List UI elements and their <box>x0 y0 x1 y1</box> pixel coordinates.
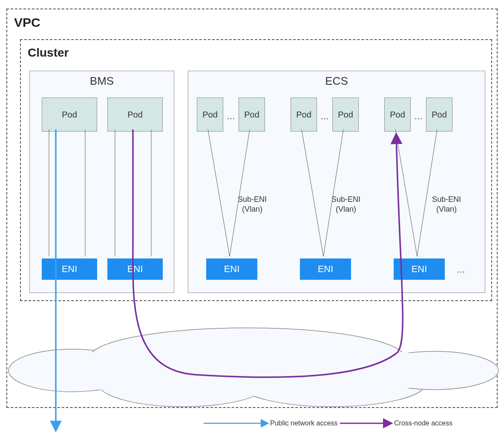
ecs-g2-ellipsis: … <box>414 112 423 121</box>
ecs-g2-subeni-l1: Sub-ENI <box>432 195 461 204</box>
bms-pod-2: Pod <box>107 98 163 132</box>
bms-eni-2: ENI <box>107 258 163 280</box>
ecs-node: ECS Pod … Pod Sub-ENI (Vlan) ENI Pod … P… <box>188 71 485 293</box>
cluster-title: Cluster <box>28 46 69 60</box>
vpc-container: VPC Cluster BMS Pod Pod ENI ENI ECS Pod … <box>6 9 498 408</box>
ecs-g0-pod-right: Pod <box>239 98 265 132</box>
ecs-g1-eni: ENI <box>300 258 351 280</box>
ecs-g1-ellipsis: … <box>320 112 329 121</box>
ecs-g2-subeni-l2: (Vlan) <box>436 205 457 213</box>
ecs-g1-pod-left: Pod <box>291 98 317 132</box>
ecs-g0-subeni-l2: (Vlan) <box>242 205 262 213</box>
ecs-g1-subeni-l2: (Vlan) <box>336 205 356 213</box>
bms-node: BMS Pod Pod ENI ENI <box>29 71 174 293</box>
vpc-title: VPC <box>14 15 40 30</box>
ecs-g2-eni: ENI <box>394 258 445 280</box>
bms-pod-1: Pod <box>42 98 97 132</box>
ecs-g0-ellipsis: … <box>227 112 235 121</box>
bms-eni-1: ENI <box>42 258 97 280</box>
bms-title: BMS <box>30 75 174 88</box>
ecs-g1-subeni: Sub-ENI (Vlan) <box>325 195 367 214</box>
ecs-g1-pod-right: Pod <box>332 98 359 132</box>
ecs-g0-subeni: Sub-ENI (Vlan) <box>231 195 274 214</box>
ecs-g0-eni: ENI <box>206 258 257 280</box>
legend-cross-text: Cross-node access <box>394 419 452 427</box>
ecs-g2-pod-right: Pod <box>426 98 452 132</box>
legend-public-text: Public network access <box>270 419 337 427</box>
ecs-trailing-ellipsis: … <box>457 265 465 275</box>
ecs-g2-pod-left: Pod <box>384 98 411 132</box>
ecs-g0-subeni-l1: Sub-ENI <box>238 195 267 204</box>
ecs-title: ECS <box>188 75 485 88</box>
ecs-g0-pod-left: Pod <box>197 98 223 132</box>
ecs-g2-subeni: Sub-ENI (Vlan) <box>425 195 468 214</box>
cluster-container: Cluster BMS Pod Pod ENI ENI ECS Pod … Po… <box>20 39 492 301</box>
cloud-label: VPC network <box>178 337 237 349</box>
ecs-g1-subeni-l1: Sub-ENI <box>331 195 360 204</box>
